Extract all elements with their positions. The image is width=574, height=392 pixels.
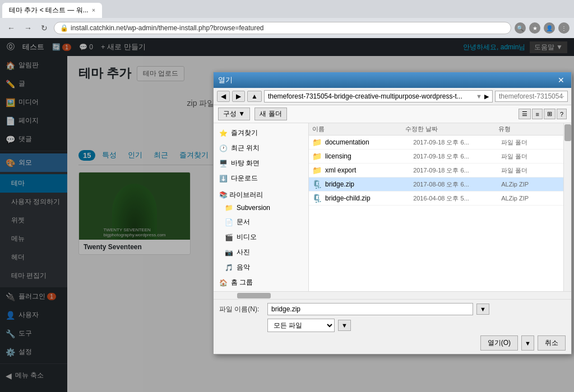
- footer-filetype-row: 모든 파일 ▼: [219, 319, 566, 332]
- file-area: 이름 수정한 날짜 유형 📁 documentation 2017-09-18 …: [309, 123, 563, 291]
- open-dropdown-button[interactable]: ▼: [521, 335, 534, 351]
- favorites-label: 즐겨찾기: [231, 128, 258, 138]
- address-box[interactable]: 🔒 install.catchkin.net/wp-admin/theme-in…: [54, 22, 511, 34]
- desktop-label: 바탕 화면: [231, 158, 260, 168]
- url-display: install.catchkin.net/wp-admin/theme-inst…: [71, 24, 264, 32]
- videos-label: 비디오: [237, 232, 257, 242]
- dialog-search-input[interactable]: [495, 91, 568, 102]
- col-type: 유형: [498, 125, 561, 133]
- photos-label: 사진: [237, 248, 250, 257]
- profile-icon[interactable]: 👤: [544, 22, 555, 34]
- filename-bridge-zip: bridge.zip: [325, 180, 413, 188]
- sidebar-music[interactable]: 🎵 음악: [214, 260, 308, 275]
- filetype-documentation: 파일 폴더: [501, 138, 560, 147]
- file-row-licensing[interactable]: 📁 licensing 2017-09-18 오후 6... 파일 폴더: [309, 150, 563, 164]
- footer-filename-input[interactable]: [267, 303, 473, 315]
- sidebar-downloads[interactable]: ⬇️ 다운로드: [214, 171, 308, 186]
- file-row-bridge-zip[interactable]: 🗜️ bridge.zip 2017-08-08 오후 6... ALZip Z…: [309, 178, 563, 192]
- browser-tab[interactable]: 테마 추가 < 테스트 — 워... ×: [2, 3, 102, 18]
- footer-filetype-dropdown[interactable]: ▼: [338, 320, 351, 331]
- new-folder-button[interactable]: 새 폴더: [254, 108, 286, 120]
- back-button[interactable]: ←: [4, 22, 18, 34]
- view-details-button[interactable]: ≡: [532, 109, 542, 119]
- footer-filename-label: 파일 이름(N):: [219, 305, 264, 314]
- subversion-icon: 📁: [225, 204, 233, 212]
- documents-label: 문서: [237, 217, 250, 227]
- dialog-up-button[interactable]: ▲: [247, 91, 262, 102]
- footer-actions: 열기(O) ▼ 취소: [219, 335, 566, 351]
- view-list-button[interactable]: ☰: [519, 109, 531, 119]
- breadcrumb-dropdown[interactable]: ▼: [476, 93, 482, 100]
- view-icons-button[interactable]: ⊞: [544, 109, 556, 119]
- dialog-titlebar: 열기 ✕: [214, 72, 571, 88]
- footer-filename-dropdown[interactable]: ▼: [476, 304, 489, 315]
- view-buttons: ☰ ≡ ⊞ ?: [519, 109, 567, 119]
- tab-close-button[interactable]: ×: [92, 7, 95, 13]
- dialog-toolbar: ◀ ▶ ▲ themeforest-7315054-bridge-creativ…: [214, 88, 571, 105]
- sidebar-photos[interactable]: 📷 사진: [214, 245, 308, 260]
- bookmark-icon[interactable]: ★: [529, 22, 540, 34]
- filename-licensing: licensing: [325, 152, 413, 160]
- sidebar-documents[interactable]: 📄 문서: [214, 214, 308, 230]
- music-label: 음악: [237, 263, 250, 272]
- dialog-forward-button[interactable]: ▶: [232, 91, 245, 102]
- breadcrumb-text: themeforest-7315054-bridge-creative-mult…: [268, 92, 462, 100]
- file-row-documentation[interactable]: 📁 documentation 2017-09-18 오후 6... 파일 폴더: [309, 136, 563, 150]
- file-row-bridge-child-zip[interactable]: 🗜️ bridge-child.zip 2016-04-08 오후 5... A…: [309, 192, 563, 206]
- subversion-label: Subversion: [237, 204, 270, 212]
- refresh-button[interactable]: ↻: [38, 22, 50, 34]
- cancel-button[interactable]: 취소: [538, 335, 566, 351]
- footer-filename-row: 파일 이름(N): ▼: [219, 303, 566, 315]
- horizontal-scrollbar[interactable]: [214, 291, 571, 299]
- vertical-scrollbar[interactable]: [563, 123, 571, 291]
- hscroll-thumb[interactable]: [237, 293, 271, 298]
- homegroup-icon: 🏠: [219, 279, 228, 287]
- sidebar-favorites[interactable]: ⭐ 즐겨찾기: [214, 125, 308, 141]
- sidebar-homegroup[interactable]: 🏠 홈 그룹: [214, 275, 308, 290]
- open-label: 열기(O): [488, 339, 511, 347]
- filedate-xml-export: 2017-09-18 오후 6...: [413, 166, 501, 175]
- breadcrumb-go-button[interactable]: ▶: [484, 93, 489, 100]
- videos-icon: 🎬: [225, 234, 233, 241]
- homegroup-label: 홈 그룹: [231, 278, 253, 287]
- search-icon[interactable]: 🔍: [515, 22, 526, 34]
- browser-icons: 🔍 ★ 👤 ⋮: [515, 22, 570, 34]
- folder-icon-licensing: 📁: [312, 152, 322, 161]
- filetype-bridge-child-zip: ALZip ZIP: [501, 195, 560, 202]
- filedate-licensing: 2017-09-18 오후 6...: [413, 152, 501, 161]
- file-list-header: 이름 수정한 날짜 유형: [309, 123, 563, 136]
- open-button[interactable]: 열기(O): [480, 335, 518, 351]
- dialog-body: ⭐ 즐겨찾기 🕐 최근 위치 🖥️ 바탕 화면 ⬇️ 다운로드 📚 라이브러리: [214, 123, 571, 291]
- dialog-back-button[interactable]: ◀: [217, 91, 230, 102]
- dialog-sidebar: ⭐ 즐겨찾기 🕐 최근 위치 🖥️ 바탕 화면 ⬇️ 다운로드 📚 라이브러리: [214, 123, 309, 291]
- downloads-label: 다운로드: [231, 174, 258, 183]
- downloads-icon: ⬇️: [219, 175, 228, 183]
- dialog-close-button[interactable]: ✕: [556, 76, 567, 85]
- scrollbar-thumb[interactable]: [564, 124, 571, 141]
- address-bar-row: ← → ↻ 🔒 install.catchkin.net/wp-admin/th…: [0, 18, 574, 38]
- zip-icon-bridge: 🗜️: [312, 180, 322, 189]
- help-dialog-button[interactable]: ?: [557, 109, 567, 119]
- sidebar-recent[interactable]: 🕐 최근 위치: [214, 141, 308, 156]
- music-icon: 🎵: [225, 264, 233, 272]
- footer-filetype-select[interactable]: 모든 파일: [267, 319, 335, 332]
- sidebar-subversion[interactable]: 📁 Subversion: [214, 201, 308, 214]
- forward-button[interactable]: →: [21, 22, 35, 34]
- dialog-subbar: 구성 ▼ 새 폴더 ☰ ≡ ⊞ ?: [214, 105, 571, 123]
- sidebar-desktop[interactable]: 🖥️ 바탕 화면: [214, 156, 308, 171]
- menu-icon[interactable]: ⋮: [558, 22, 570, 34]
- desktop-icon: 🖥️: [219, 160, 228, 167]
- file-list: 📁 documentation 2017-09-18 오후 6... 파일 폴더…: [309, 136, 563, 291]
- dialog-footer: 파일 이름(N): ▼ 모든 파일 ▼ 열기(O) ▼ 취소: [214, 299, 571, 354]
- organize-button[interactable]: 구성 ▼: [218, 108, 250, 120]
- file-dialog: 열기 ✕ ◀ ▶ ▲ themeforest-7315054-bridge-cr…: [213, 72, 572, 354]
- breadcrumb-bar[interactable]: themeforest-7315054-bridge-creative-mult…: [264, 90, 493, 102]
- col-modified: 수정한 날짜: [405, 125, 498, 133]
- filetype-bridge-zip: ALZip ZIP: [501, 181, 560, 188]
- filetype-licensing: 파일 폴더: [501, 152, 560, 161]
- tab-bar: 테마 추가 < 테스트 — 워... ×: [0, 0, 574, 18]
- recent-icon: 🕐: [219, 144, 228, 152]
- sidebar-videos[interactable]: 🎬 비디오: [214, 230, 308, 245]
- col-name: 이름: [312, 125, 405, 133]
- file-row-xml-export[interactable]: 📁 xml export 2017-09-18 오후 6... 파일 폴더: [309, 164, 563, 178]
